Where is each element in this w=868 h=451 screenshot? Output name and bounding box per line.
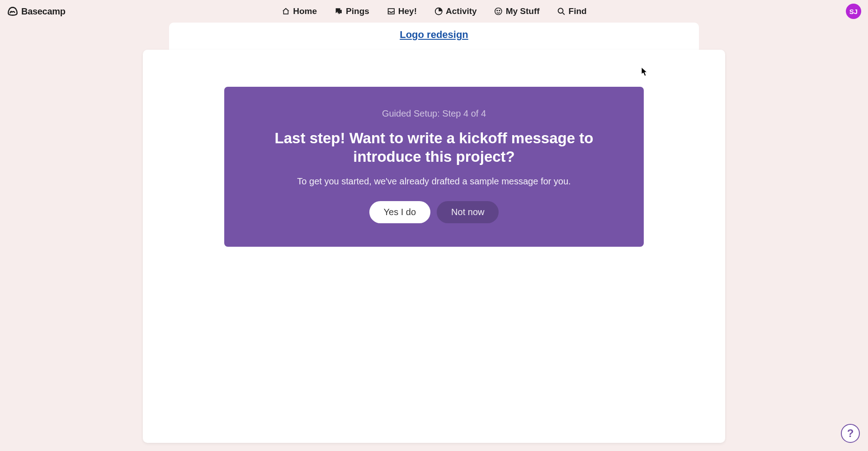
- nav-activity[interactable]: Activity: [434, 6, 477, 16]
- search-icon: [557, 7, 566, 16]
- brand-name: Basecamp: [21, 6, 66, 17]
- svg-point-3: [499, 10, 500, 11]
- guided-setup-panel: Guided Setup: Step 4 of 4 Last step! Wan…: [224, 87, 644, 247]
- svg-point-4: [558, 8, 563, 13]
- inbox-icon: [387, 7, 396, 16]
- nav-hey[interactable]: Hey!: [387, 6, 417, 16]
- top-bar: Basecamp Home Pings Hey! Activity: [0, 0, 868, 23]
- pings-icon: [334, 7, 343, 16]
- main-content-card: Guided Setup: Step 4 of 4 Last step! Wan…: [143, 50, 725, 443]
- project-title-link[interactable]: Logo redesign: [400, 29, 468, 41]
- nav-home[interactable]: Home: [281, 6, 317, 16]
- nav-mystuff[interactable]: My Stuff: [494, 6, 540, 16]
- panel-actions: Yes I do Not now: [251, 201, 617, 223]
- face-icon: [494, 7, 503, 16]
- home-icon: [281, 7, 290, 16]
- main-nav: Home Pings Hey! Activity My Stuff: [281, 6, 586, 16]
- panel-subtext: To get you started, we've already drafte…: [251, 176, 617, 187]
- avatar-initials: SJ: [849, 8, 858, 15]
- yes-button[interactable]: Yes I do: [369, 201, 431, 223]
- svg-point-2: [497, 10, 498, 11]
- nav-find-label: Find: [569, 6, 587, 16]
- not-now-button[interactable]: Not now: [437, 201, 499, 223]
- nav-hey-label: Hey!: [398, 6, 417, 16]
- svg-point-1: [495, 8, 502, 15]
- step-indicator: Guided Setup: Step 4 of 4: [251, 108, 617, 119]
- activity-icon: [434, 7, 443, 16]
- nav-activity-label: Activity: [446, 6, 477, 16]
- nav-home-label: Home: [293, 6, 317, 16]
- user-avatar[interactable]: SJ: [846, 4, 861, 19]
- nav-find[interactable]: Find: [557, 6, 587, 16]
- nav-pings-label: Pings: [346, 6, 369, 16]
- help-icon: ?: [847, 427, 854, 440]
- svg-line-5: [563, 13, 565, 14]
- brand-logo[interactable]: Basecamp: [7, 5, 66, 17]
- panel-heading: Last step! Want to write a kickoff messa…: [251, 129, 617, 166]
- nav-pings[interactable]: Pings: [334, 6, 369, 16]
- help-button[interactable]: ?: [841, 424, 860, 443]
- basecamp-logo-icon: [7, 5, 19, 17]
- nav-mystuff-label: My Stuff: [506, 6, 540, 16]
